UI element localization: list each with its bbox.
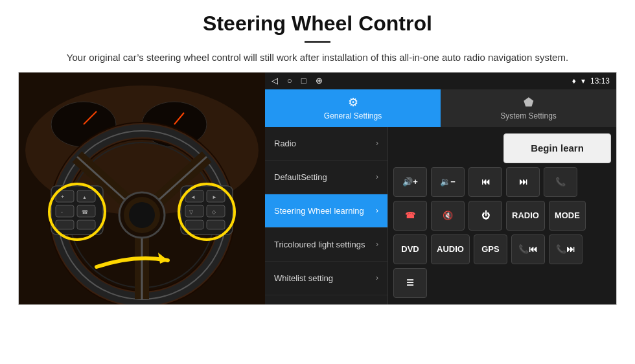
controls-row-4: ☰	[393, 268, 611, 298]
vol-down-button[interactable]: 🔉−	[431, 167, 465, 197]
hangup-button[interactable]: ☎	[393, 201, 427, 231]
chevron-icon-steering: ›	[376, 206, 378, 215]
svg-text:▲: ▲	[82, 195, 87, 199]
status-time: 13:13	[590, 76, 610, 85]
chevron-icon-tricoloured: ›	[376, 240, 378, 249]
svg-point-19	[129, 202, 155, 228]
svg-rect-34	[185, 205, 203, 217]
list-button[interactable]: ☰	[393, 268, 427, 298]
dvd-button[interactable]: DVD	[393, 234, 427, 264]
svg-text:►: ►	[212, 194, 217, 200]
page-wrapper: Steering Wheel Control Your original car…	[0, 0, 635, 305]
steering-wheel-image: + ▲ - ☎ ◄ ► ▽ ◇	[19, 73, 265, 304]
begin-learn-button[interactable]: Begin learn	[503, 133, 611, 163]
chevron-icon-default: ›	[376, 172, 378, 181]
status-bar-right: ♦ ▾ 13:13	[572, 76, 610, 85]
mute-icon: 🔇	[443, 210, 453, 220]
hangup-icon: ☎	[405, 210, 415, 220]
home-icon[interactable]: ○	[287, 76, 292, 85]
svg-rect-37	[207, 220, 225, 229]
menu-radio-label: Radio	[274, 139, 296, 148]
gps-label: GPS	[481, 244, 499, 254]
controls-row-2: ☎ 🔇 ⏻ RADIO MODE	[393, 201, 611, 231]
prev-button[interactable]: ⏮	[468, 167, 502, 197]
menu-tricoloured-label: Tricoloured light settings	[274, 240, 365, 249]
prev-icon: ⏮	[481, 177, 490, 187]
menu-item-tricoloured[interactable]: Tricoloured light settings ›	[265, 228, 387, 262]
page-header: Steering Wheel Control Your original car…	[0, 0, 635, 72]
steering-wheel-wrapper: + ▲ - ☎ ◄ ► ▽ ◇	[19, 73, 265, 304]
menu-item-whitelist[interactable]: Whitelist setting ›	[265, 262, 387, 295]
svg-text:+: +	[61, 194, 64, 200]
svg-rect-36	[185, 220, 203, 229]
tab-system-label: System Settings	[500, 111, 557, 120]
menu-item-defaultsetting[interactable]: DefaultSetting ›	[265, 161, 387, 194]
vol-down-icon: 🔉−	[440, 177, 456, 187]
next-button[interactable]: ⏭	[506, 167, 540, 197]
controls-row-3: DVD AUDIO GPS 📞⏮ 📞⏭	[393, 234, 611, 264]
svg-text:◄: ◄	[190, 194, 196, 200]
audio-label: AUDIO	[437, 244, 464, 254]
radio-button[interactable]: RADIO	[506, 201, 545, 231]
power-button[interactable]: ⏻	[468, 201, 502, 231]
controls-panel: Begin learn 🔊+ 🔉− ⏮	[388, 127, 616, 304]
svg-text:☎: ☎	[82, 209, 88, 215]
menu-default-label: DefaultSetting	[274, 172, 327, 182]
audio-button[interactable]: AUDIO	[431, 234, 470, 264]
general-settings-icon: ⚙	[348, 95, 358, 109]
tel-next-icon: 📞⏭	[556, 244, 575, 254]
svg-rect-26	[77, 220, 95, 229]
tel-next-button[interactable]: 📞⏭	[549, 234, 583, 264]
mute-button[interactable]: 🔇	[431, 201, 465, 231]
controls-row-1: 🔊+ 🔉− ⏮ ⏭ 📞	[393, 167, 611, 197]
tel-prev-button[interactable]: 📞⏮	[511, 234, 545, 264]
power-icon: ⏻	[481, 210, 490, 220]
gps-button[interactable]: GPS	[474, 234, 507, 264]
mode-button[interactable]: MODE	[549, 201, 586, 231]
controls-row-0: Begin learn	[393, 133, 611, 163]
phone-icon: 📞	[555, 177, 566, 187]
phone-button[interactable]: 📞	[544, 167, 577, 197]
menu-item-radio[interactable]: Radio ›	[265, 127, 387, 161]
apps-icon[interactable]: ⊕	[316, 76, 323, 85]
tab-general-label: General Settings	[324, 111, 382, 120]
page-divider	[305, 41, 330, 43]
page-subtitle: Your original car’s steering wheel contr…	[39, 51, 596, 65]
back-icon[interactable]: ◁	[271, 76, 278, 85]
svg-text:-: -	[61, 209, 63, 215]
chevron-icon-radio: ›	[376, 139, 378, 148]
status-bar-left: ◁ ○ □ ⊕	[271, 76, 323, 85]
svg-rect-35	[207, 205, 225, 217]
menu-item-steering[interactable]: Steering Wheel learning ›	[265, 194, 387, 228]
vol-up-icon: 🔊+	[402, 177, 418, 187]
main-content: Radio › DefaultSetting › Steering Wheel …	[265, 127, 616, 304]
page-title: Steering Wheel Control	[39, 12, 596, 36]
wifi-icon: ▾	[581, 76, 585, 85]
menu-whitelist-label: Whitelist setting	[274, 273, 333, 283]
empty-space-0	[393, 133, 500, 163]
dvd-label: DVD	[401, 244, 419, 254]
vol-up-button[interactable]: 🔊+	[393, 167, 427, 197]
content-area: + ▲ - ☎ ◄ ► ▽ ◇	[18, 72, 617, 305]
next-icon: ⏭	[519, 177, 527, 187]
menu-panel: Radio › DefaultSetting › Steering Wheel …	[265, 127, 388, 304]
location-icon: ♦	[572, 76, 576, 85]
settings-tabs: ⚙ General Settings ⬟ System Settings	[265, 89, 616, 127]
system-settings-icon: ⬟	[524, 95, 534, 109]
recents-icon[interactable]: □	[301, 76, 306, 85]
svg-rect-25	[56, 220, 74, 229]
svg-text:◇: ◇	[212, 209, 216, 215]
tab-general[interactable]: ⚙ General Settings	[265, 89, 441, 127]
status-bar: ◁ ○ □ ⊕ ♦ ▾ 13:13	[265, 73, 616, 89]
chevron-icon-whitelist: ›	[376, 273, 378, 282]
radio-label: RADIO	[512, 210, 539, 220]
svg-rect-23	[56, 205, 74, 217]
tab-system[interactable]: ⬟ System Settings	[441, 89, 616, 127]
android-ui: ◁ ○ □ ⊕ ♦ ▾ 13:13 ⚙ General Settings	[265, 73, 616, 304]
menu-steering-label: Steering Wheel learning	[274, 206, 364, 216]
list-icon: ☰	[406, 278, 414, 288]
svg-text:▽: ▽	[189, 209, 194, 215]
tel-prev-icon: 📞⏮	[518, 244, 537, 254]
mode-label: MODE	[555, 210, 580, 220]
steering-wheel-svg: + ▲ - ☎ ◄ ► ▽ ◇	[19, 73, 265, 304]
